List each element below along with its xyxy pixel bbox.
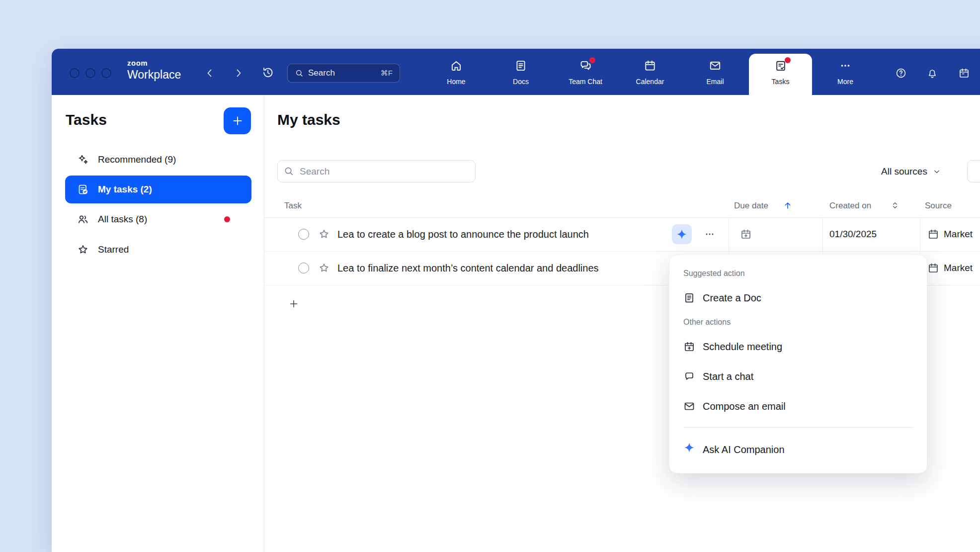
task-star-icon[interactable] — [318, 262, 330, 274]
nav-team-chat-label: Team Chat — [569, 78, 602, 86]
calendar-plus-icon — [683, 341, 695, 353]
ellipsis-icon — [704, 229, 715, 240]
nav-docs-label: Docs — [513, 78, 529, 86]
task-source[interactable]: Market — [927, 251, 973, 285]
menu-item-label: Schedule meeting — [703, 340, 782, 354]
menu-item-ask-ai-companion[interactable]: Ask AI Companion — [669, 434, 927, 465]
page-title: My tasks — [277, 111, 340, 128]
menu-item-label: Start a chat — [703, 369, 753, 383]
menu-item-start-chat[interactable]: Start a chat — [669, 362, 927, 391]
desktop-background: zoom Workplace Search ⌘F — [0, 0, 980, 552]
menu-item-create-doc[interactable]: Create a Doc — [669, 283, 927, 313]
chat-bubble-icon — [683, 370, 695, 382]
nav-email[interactable]: Email — [685, 55, 745, 86]
task-star-icon[interactable] — [318, 228, 330, 240]
meetings-button[interactable] — [958, 67, 970, 79]
window-controls — [70, 68, 111, 78]
sidebar-item-starred[interactable]: Starred — [65, 236, 251, 264]
bell-icon — [926, 67, 938, 79]
sources-filter-value: All sources — [881, 166, 927, 177]
close-window-button[interactable] — [70, 68, 80, 78]
sidebar-item-my-tasks[interactable]: My tasks (2) — [65, 176, 251, 203]
tasks-sidebar: Tasks Recommended (9) My tasks (2) — [52, 95, 264, 552]
task-source[interactable]: Market — [927, 217, 973, 251]
sort-ascending-icon[interactable] — [782, 200, 793, 211]
sidebar-title: Tasks — [66, 111, 107, 128]
task-row[interactable]: Lea to create a blog post to announce th… — [264, 217, 980, 252]
task-source-label: Market — [944, 229, 973, 240]
clipped-toolbar-button[interactable] — [967, 160, 980, 183]
task-title: Lea to finalize next month’s content cal… — [337, 251, 599, 285]
logo-zoom-text: zoom — [127, 59, 181, 67]
ai-sparkle-icon — [676, 228, 688, 240]
nav-home-label: Home — [447, 78, 465, 86]
more-ellipsis-icon — [839, 59, 852, 72]
back-button[interactable] — [204, 67, 216, 79]
notifications-button[interactable] — [926, 67, 938, 79]
my-tasks-icon — [77, 184, 89, 195]
task-complete-checkbox[interactable] — [298, 229, 309, 240]
task-complete-checkbox[interactable] — [298, 263, 309, 274]
sources-filter-dropdown[interactable]: All sources — [881, 160, 941, 183]
menu-divider — [683, 427, 913, 428]
envelope-icon — [683, 400, 695, 412]
sidebar-item-label: My tasks (2) — [98, 184, 152, 195]
sidebar-item-all-tasks[interactable]: All tasks (8) — [65, 205, 251, 233]
logo-workplace-text: Workplace — [127, 69, 181, 81]
column-header-created-on[interactable]: Created on — [829, 194, 871, 217]
nav-more-label: More — [837, 78, 853, 86]
menu-item-compose-email[interactable]: Compose an email — [669, 391, 927, 421]
sort-toggle-icon[interactable] — [890, 200, 900, 211]
meeting-source-icon — [927, 228, 939, 240]
nav-tasks-active-tab[interactable]: Tasks — [749, 54, 812, 95]
history-button[interactable] — [261, 66, 274, 79]
meeting-source-icon — [927, 262, 939, 274]
email-icon — [709, 59, 722, 72]
mini-calendar-icon — [958, 67, 970, 79]
global-search-label: Search — [308, 68, 335, 78]
home-icon — [450, 59, 463, 72]
nav-more[interactable]: More — [816, 55, 875, 86]
search-icon — [283, 166, 294, 177]
help-button[interactable] — [895, 67, 907, 79]
chevron-left-icon — [204, 67, 216, 79]
menu-section-suggested: Suggested action — [669, 264, 927, 283]
task-more-actions-button[interactable] — [700, 224, 720, 244]
ai-suggested-actions-menu: Suggested action Create a Doc Other acti… — [669, 255, 927, 473]
task-search-input[interactable] — [277, 160, 476, 183]
sparkles-icon — [77, 154, 89, 166]
global-search-bar[interactable]: Search ⌘F — [287, 64, 400, 83]
tasks-notification-dot — [785, 57, 791, 63]
nav-calendar[interactable]: Calendar — [620, 55, 680, 86]
nav-docs[interactable]: Docs — [491, 55, 551, 86]
nav-home[interactable]: Home — [426, 55, 486, 86]
column-header-task[interactable]: Task — [284, 194, 302, 217]
menu-item-label: Compose an email — [703, 399, 786, 413]
search-icon — [295, 69, 304, 78]
zoom-window-button[interactable] — [101, 68, 111, 78]
doc-icon — [683, 292, 695, 304]
task-table-header: Task Due date Created on Source — [264, 194, 980, 218]
new-task-button[interactable] — [224, 107, 251, 134]
task-title: Lea to create a blog post to announce th… — [337, 217, 589, 251]
sidebar-item-label: Starred — [98, 244, 129, 255]
all-tasks-notification-dot — [224, 216, 230, 222]
calendar-plus-icon — [740, 228, 752, 240]
nav-email-label: Email — [706, 78, 724, 86]
docs-icon — [514, 59, 527, 72]
add-task-row[interactable] — [264, 285, 712, 323]
column-header-due-date[interactable]: Due date — [734, 194, 768, 217]
column-header-source[interactable]: Source — [925, 194, 952, 217]
menu-item-schedule-meeting[interactable]: Schedule meeting — [669, 332, 927, 362]
set-due-date-button[interactable] — [740, 228, 752, 240]
zoom-workplace-logo: zoom Workplace — [127, 59, 181, 81]
star-icon — [77, 244, 89, 256]
sidebar-item-recommended[interactable]: Recommended (9) — [65, 146, 251, 174]
sidebar-item-label: Recommended (9) — [98, 154, 176, 165]
forward-button[interactable] — [233, 67, 245, 79]
ai-companion-action-button[interactable] — [672, 224, 692, 244]
global-search-shortcut: ⌘F — [381, 69, 393, 78]
chevron-right-icon — [233, 67, 245, 79]
nav-team-chat[interactable]: Team Chat — [556, 55, 615, 86]
minimize-window-button[interactable] — [85, 68, 95, 78]
